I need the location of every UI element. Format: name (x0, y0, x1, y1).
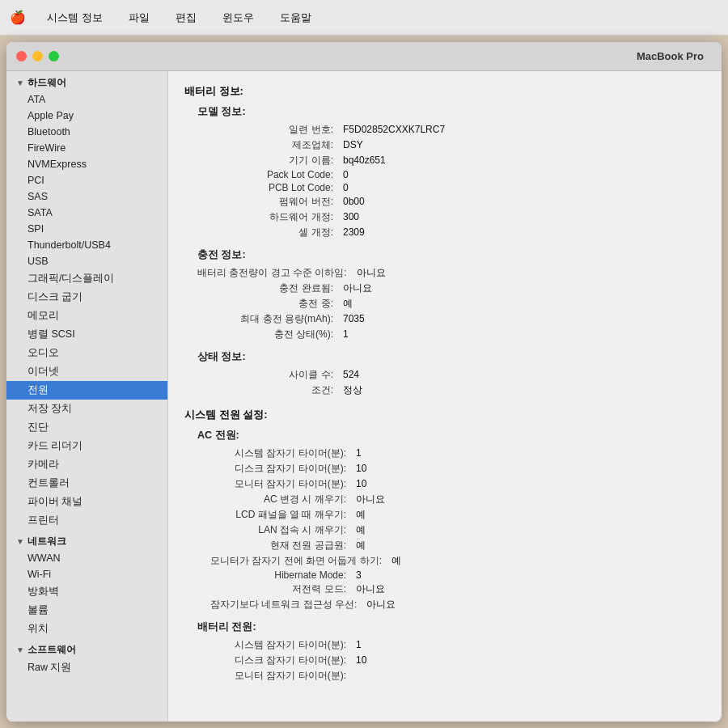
menu-file[interactable]: 파일 (124, 9, 154, 27)
ac-sleep-disk-label: 디스크 잠자기 타이머(분): (210, 462, 356, 476)
sidebar-item-sas[interactable]: SAS (6, 188, 167, 205)
apple-menu[interactable]: 🍎 (10, 10, 26, 25)
sidebar-item-fiberchannel[interactable]: 파이버 채널 (6, 493, 167, 511)
sidebar-item-volume[interactable]: 볼륨 (6, 601, 167, 620)
bat-sleep-sys-label: 시스템 잠자기 타이머(분): (210, 638, 356, 652)
sidebar-item-sata[interactable]: SATA (6, 205, 167, 221)
charge-complete-label: 충전 완료됨: (197, 281, 343, 295)
sidebar-item-memory[interactable]: 메모리 (6, 307, 167, 325)
table-row: 배터리 충전량이 경고 수준 이하임: 아니요 (197, 265, 705, 281)
sidebar-item-ethernet[interactable]: 이더넷 (6, 362, 167, 381)
sidebar-item-camera[interactable]: 카메라 (6, 455, 167, 474)
sidebar-item-controller[interactable]: 컨트롤러 (6, 474, 167, 493)
menu-edit[interactable]: 편집 (171, 9, 201, 27)
pack-lot-label: Pack Lot Code: (197, 169, 343, 180)
sidebar-item-firewall[interactable]: 방화벽 (6, 582, 167, 601)
table-row: 최대 충전 용량(mAh): 7035 (197, 311, 705, 327)
sidebar-item-bluetooth[interactable]: Bluetooth (6, 124, 167, 140)
cell-revision-label: 셀 개정: (197, 226, 343, 239)
table-row: PCB Lot Code: 0 (197, 181, 705, 194)
table-row: 모니터가 잠자기 전에 화면 어둡게 하기: 예 (210, 553, 705, 569)
hardware-label: 하드웨어 (28, 76, 66, 90)
ac-sleep-sys-value: 1 (356, 447, 362, 459)
serial-value: F5D02852CXXK7LRC7 (343, 124, 445, 135)
ac-sleep-monitor-label: 모니터 잠자기 타이머(분): (210, 477, 356, 491)
bat-sleep-monitor-label: 모니터 잠자기 타이머(분): (210, 669, 356, 683)
sidebar-item-thunderbolt[interactable]: Thunderbolt/USB4 (6, 237, 167, 253)
device-name-value: bq40z651 (343, 154, 386, 166)
table-row: 제조업체: DSY (197, 138, 705, 153)
ac-wake-lcd-label: LCD 패널을 열 때 깨우기: (210, 508, 356, 522)
manufacturer-value: DSY (343, 139, 363, 150)
sidebar-item-nvmexpress[interactable]: NVMExpress (6, 156, 167, 172)
detail-panel: 배터리 정보: 모델 정보: 일련 번호: F5D02852CXXK7LRC7 … (168, 71, 722, 722)
table-row: 펌웨어 버전: 0b00 (197, 194, 705, 210)
sidebar-item-usb[interactable]: USB (6, 253, 167, 269)
ac-network-value: 아니요 (366, 598, 396, 612)
serial-label: 일련 번호: (197, 123, 343, 137)
sidebar-item-rawsupport[interactable]: Raw 지원 (6, 658, 167, 677)
sidebar-item-location[interactable]: 위치 (6, 620, 167, 638)
software-section-header[interactable]: ▼ 소프트웨어 (6, 638, 167, 658)
table-row: 시스템 잠자기 타이머(분): 1 (210, 637, 705, 653)
table-row: 잠자기보다 네트워크 접근성 우선: 아니요 (210, 597, 705, 612)
charge-info-title: 충전 정보: (184, 248, 705, 262)
charging-label: 충전 중: (197, 297, 343, 311)
network-label: 네트워크 (28, 535, 66, 548)
sidebar-item-scsi[interactable]: 병렬 SCSI (6, 325, 167, 344)
condition-value: 정상 (343, 383, 362, 397)
bat-sleep-disk-label: 디스크 잠자기 타이머(분): (210, 654, 356, 667)
sidebar-item-wifi[interactable]: Wi-Fi (6, 566, 167, 582)
max-cap-value: 7035 (343, 313, 365, 324)
cycle-label: 사이클 수: (197, 368, 343, 382)
sidebar: ▼ 하드웨어 ATA Apple Pay Bluetooth FireWire … (6, 71, 168, 722)
charge-pct-label: 충전 상태(%): (197, 328, 343, 341)
low-charge-label: 배터리 충전량이 경고 수준 이하임: (197, 266, 357, 280)
sidebar-item-diagnostics[interactable]: 진단 (6, 418, 167, 437)
network-section-header[interactable]: ▼ 네트워크 (6, 530, 167, 550)
maximize-button[interactable] (49, 51, 59, 61)
pcb-lot-label: PCB Lot Code: (197, 182, 343, 193)
menu-system-info[interactable]: 시스템 정보 (42, 9, 108, 27)
menu-window[interactable]: 윈도우 (218, 9, 259, 27)
sidebar-item-graphics[interactable]: 그래픽/디스플레이 (6, 269, 167, 288)
ac-wake-lcd-value: 예 (356, 508, 366, 522)
table-row: LAN 접속 시 깨우기: 예 (210, 523, 705, 538)
sidebar-item-storage[interactable]: 저장 장치 (6, 400, 167, 418)
table-row: LCD 패널을 열 때 깨우기: 예 (210, 507, 705, 523)
table-row: 충전 중: 예 (197, 296, 705, 311)
hardware-section-header[interactable]: ▼ 하드웨어 (6, 71, 167, 91)
max-cap-label: 최대 충전 용량(mAh): (197, 312, 343, 326)
sidebar-item-wwan[interactable]: WWAN (6, 550, 167, 566)
ac-wake-lan-value: 예 (356, 523, 366, 537)
sidebar-item-spi[interactable]: SPI (6, 221, 167, 237)
menubar: 🍎 시스템 정보 파일 편집 윈도우 도움말 (0, 0, 728, 36)
minimize-button[interactable] (32, 51, 43, 61)
software-label: 소프트웨어 (28, 643, 76, 657)
sidebar-item-printer[interactable]: 프린터 (6, 511, 167, 530)
sidebar-item-firewire[interactable]: FireWire (6, 140, 167, 156)
sidebar-item-cardreader[interactable]: 카드 리더기 (6, 437, 167, 455)
sidebar-item-apple-pay[interactable]: Apple Pay (6, 108, 167, 124)
charge-pct-value: 1 (343, 328, 349, 340)
ac-power-group: 시스템 잠자기 타이머(분): 1 디스크 잠자기 타이머(분): 10 모니터… (184, 446, 705, 612)
table-row: 시스템 잠자기 타이머(분): 1 (210, 446, 705, 461)
sidebar-item-audio[interactable]: 오디오 (6, 344, 167, 362)
charge-complete-value: 아니요 (343, 281, 372, 295)
sidebar-item-pci[interactable]: PCI (6, 172, 167, 188)
ac-dim-value: 예 (392, 554, 401, 568)
hw-revision-label: 하드웨어 개정: (197, 210, 343, 224)
sidebar-item-disk[interactable]: 디스크 굽기 (6, 288, 167, 307)
close-button[interactable] (16, 51, 27, 61)
condition-label: 조건: (197, 383, 343, 397)
bat-sleep-disk-value: 10 (356, 654, 366, 666)
table-row: AC 변경 시 깨우기: 아니요 (210, 492, 705, 507)
charge-info-group: 배터리 충전량이 경고 수준 이하임: 아니요 충전 완료됨: 아니요 충전 중… (184, 265, 705, 342)
sidebar-item-power[interactable]: 전원 (6, 381, 167, 400)
ac-lowpower-value: 아니요 (356, 582, 385, 596)
battery-power-subtitle: 배터리 전원: (184, 620, 705, 634)
menu-help[interactable]: 도움말 (275, 9, 316, 27)
ac-current-power-value: 예 (356, 539, 366, 552)
ac-sleep-monitor-value: 10 (356, 478, 366, 489)
sidebar-item-ata[interactable]: ATA (6, 91, 167, 108)
